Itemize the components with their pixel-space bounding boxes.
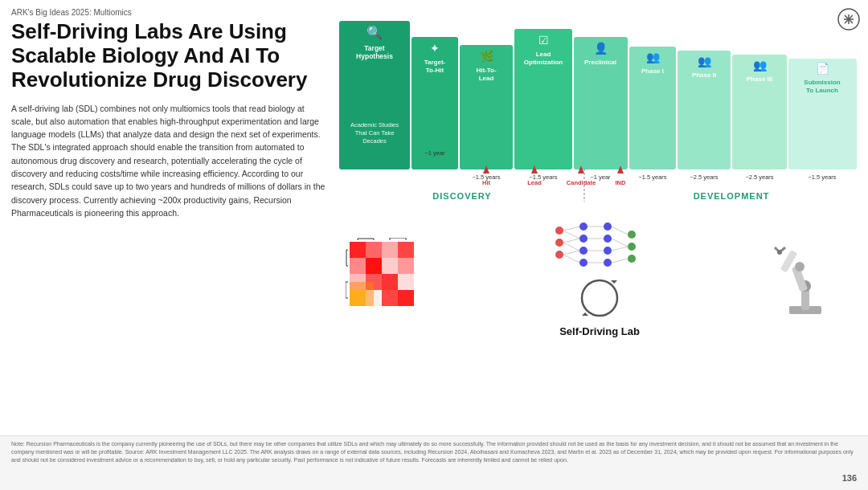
network-icon: ✦ [430,42,440,55]
svg-text:~2.5 years: ~2.5 years [690,174,718,181]
footer: Note: Recursion Pharmaceuticals is the c… [0,435,868,490]
ind-label: IND [616,179,627,186]
svg-line-80 [612,239,628,247]
svg-rect-36 [398,274,414,290]
svg-line-70 [563,231,579,239]
svg-text:Phase III: Phase III [747,76,772,83]
svg-point-57 [555,251,563,259]
svg-rect-40 [398,290,414,306]
svg-point-61 [579,259,588,267]
svg-text:Target-: Target- [424,59,446,66]
svg-point-60 [579,247,588,255]
doc-icon: 📄 [816,62,830,76]
stage-label-0: Target [364,44,385,52]
svg-text:Academic Studies: Academic Studies [350,121,399,129]
svg-point-90 [795,262,805,272]
cycle-arrows [567,274,632,322]
ark-logo [837,8,860,31]
svg-point-83 [582,280,617,316]
svg-text:~1.5 years: ~1.5 years [638,174,666,181]
svg-text:~1.5 years: ~1.5 years [808,174,836,181]
stage-phase3 [732,55,787,169]
svg-point-68 [628,255,636,263]
lead-label: Lead [527,179,542,186]
svg-text:Lead: Lead [479,75,494,82]
svg-line-82 [612,259,628,263]
stage-hit-to-lead [460,45,513,169]
svg-line-71 [563,239,579,243]
sdl-label: Self-Driving Lab [559,325,640,337]
pipeline-svg: 🔍 Target Hypothesis Academic Studies Tha… [338,6,858,207]
svg-rect-35 [382,274,398,290]
persons-md-icon: 👥 [698,55,712,68]
svg-rect-32 [398,258,414,274]
development-label: DEVELOPMENT [694,191,770,201]
svg-text:Phase I: Phase I [641,67,664,75]
main-title: Self-Driving Labs Are Using Scalable Bio… [11,20,329,92]
tree-icon: 🌿 [480,50,494,63]
svg-text:~2.5 years: ~2.5 years [745,174,773,181]
svg-point-55 [555,227,563,235]
hit-label: Hit [482,179,491,186]
stage-preclinical [574,37,628,169]
svg-point-63 [604,235,612,243]
svg-text:That Can Take: That Can Take [355,129,395,137]
pipeline-diagram: 🔍 Target Hypothesis Academic Studies Tha… [338,6,862,434]
svg-rect-26 [366,242,382,258]
svg-point-67 [628,243,636,251]
svg-line-69 [563,227,579,231]
svg-point-56 [555,239,563,247]
persons-lg-icon: 👥 [753,59,768,72]
svg-text:Hit-To-: Hit-To- [476,67,497,74]
persons-sm-icon: 👥 [646,51,661,64]
svg-rect-28 [398,242,414,258]
svg-line-72 [563,243,579,251]
description-text: A self-driving lab (SDL) combines not on… [11,102,329,219]
svg-text:Preclinical: Preclinical [584,59,616,66]
svg-text:Submission: Submission [804,79,840,86]
svg-point-94 [777,250,782,255]
stage-phase2 [678,51,731,169]
person-icon: 👤 [594,42,608,55]
svg-rect-42 [350,290,366,306]
svg-point-66 [628,231,636,239]
svg-line-81 [612,247,628,251]
svg-text:To-Hit: To-Hit [426,67,444,74]
svg-text:~1 year: ~1 year [424,149,445,157]
page-number: 136 [842,472,857,485]
svg-line-79 [612,227,628,235]
svg-rect-27 [382,242,398,258]
robotic-arm-illustration [757,238,854,318]
stage-target-hypothesis [339,21,410,169]
svg-text:Hypothesis: Hypothesis [356,52,393,60]
footer-text: Note: Recursion Pharmaceuticals is the c… [11,440,857,464]
svg-text:Optimization: Optimization [524,59,563,66]
neural-network-illustration [551,218,648,271]
svg-rect-30 [366,258,382,274]
svg-point-59 [579,235,588,243]
svg-text:Lead: Lead [536,51,551,58]
search-icon: 🔍 [366,25,383,40]
svg-line-74 [563,255,579,263]
heatmap-illustration [346,238,442,318]
discovery-label: DISCOVERY [432,191,491,201]
svg-point-65 [604,259,612,267]
svg-text:Phase II: Phase II [692,71,716,79]
svg-point-58 [579,223,588,231]
stage-submission [788,59,857,169]
svg-point-64 [604,247,612,255]
svg-marker-85 [582,312,588,316]
svg-text:To Launch: To Launch [806,87,838,94]
stage-phase1 [629,47,676,169]
svg-text:Decades: Decades [362,137,387,145]
candidate-label: Candidate [567,179,596,186]
svg-line-73 [563,251,579,255]
subtitle: ARK's Big Ideas 2025: Multiomics [11,8,329,17]
svg-rect-29 [350,258,366,274]
svg-rect-25 [350,242,366,258]
svg-point-62 [604,223,612,231]
svg-rect-39 [382,290,398,306]
svg-rect-31 [382,258,398,274]
check-icon: ☑ [538,34,549,47]
svg-marker-84 [611,280,617,284]
